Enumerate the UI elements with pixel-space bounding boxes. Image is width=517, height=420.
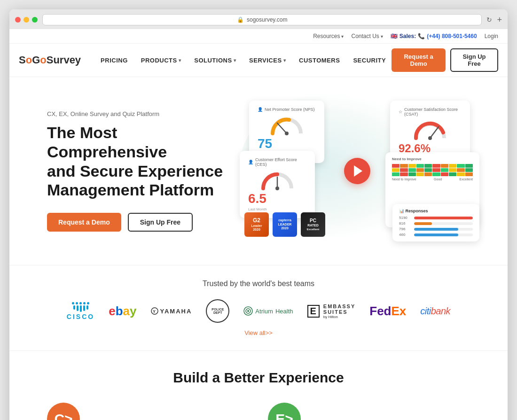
contact-link[interactable]: Contact Us ▾ — [351, 33, 383, 39]
ces-value: 6.5 — [248, 192, 306, 205]
citibank-logo-text: citibank — [420, 306, 450, 317]
atrium-logo-text: AtriumHealth — [243, 306, 293, 316]
citibank-logo: citibank — [420, 306, 450, 317]
csat-label: ☆ Customer Satisfaction Score (CSAT) — [399, 107, 462, 117]
badge-g2: G2 Leader 2020 — [244, 212, 269, 237]
dot-green[interactable] — [32, 17, 38, 23]
responses-bar: 5190 816 796 — [399, 216, 473, 237]
nav-security[interactable]: SECURITY — [347, 53, 392, 68]
build-title: Build a Better Experience — [47, 370, 470, 386]
svg-point-10 — [247, 310, 249, 312]
police-badge-logo: POLICEDEPT — [206, 299, 229, 323]
fedex-logo-text: FedEx — [369, 304, 406, 319]
nps-gauge — [268, 115, 306, 135]
svg-point-3 — [428, 136, 432, 140]
heatmap-grid — [392, 164, 473, 176]
cx-icon-text: C> — [54, 411, 72, 420]
trusted-title: Trusted by the world's best teams — [19, 280, 498, 288]
ces-card: 👤 Customer Effort Score (CES) 6.5 Last M… — [240, 151, 315, 218]
badges-row: G2 Leader 2020 capterra LEADER 2020 — [244, 212, 325, 237]
nav-signup-button[interactable]: Sign Up Free — [450, 48, 498, 72]
dot-red[interactable] — [15, 17, 21, 23]
nav-customers[interactable]: CUSTOMERS — [293, 53, 345, 68]
hero-signup-button[interactable]: Sign Up Free — [128, 213, 193, 232]
svg-line-0 — [277, 123, 287, 133]
browser-chrome: 🔒 sogosurvey.com ↻ + — [9, 9, 508, 29]
ebay-logo: ebay — [109, 304, 136, 319]
cisco-logo: CISCO — [67, 302, 94, 320]
fedex-logo: FedEx — [369, 304, 406, 319]
phone-number[interactable]: (+44) 808-501-5460 — [427, 33, 477, 39]
hero-title: The Most Comprehensive and Secure Experi… — [47, 123, 235, 200]
hero-left: CX, EX, Online Survey and Quiz Platform … — [47, 110, 235, 232]
flag-icon: 🇬🇧 — [391, 33, 398, 39]
hero-section: CX, EX, Online Survey and Quiz Platform … — [9, 77, 508, 265]
refresh-button[interactable]: ↻ — [486, 16, 492, 23]
hero-subtitle: CX, EX, Online Survey and Quiz Platform — [47, 110, 235, 117]
sales-label: Sales: — [400, 33, 416, 39]
nav-demo-button[interactable]: Request a Demo — [392, 48, 446, 72]
view-all-link[interactable]: View all>> — [244, 329, 273, 336]
nav-pricing[interactable]: PRICING — [95, 53, 133, 68]
hero-demo-button[interactable]: Request a Demo — [47, 213, 121, 232]
csat-gauge — [411, 119, 449, 140]
build-section: Build a Better Experience C> CUSTOMEREXP… — [9, 350, 508, 420]
nav-solutions[interactable]: SOLUTIONS ▾ — [188, 53, 242, 68]
login-link[interactable]: Login — [485, 33, 498, 39]
add-tab-button[interactable]: + — [497, 15, 502, 25]
atrium-logo: AtriumHealth — [243, 306, 293, 316]
svg-point-5 — [275, 187, 279, 190]
play-triangle-icon — [354, 165, 362, 177]
ex-card: E> EMPLOYEEEXPERIENCE SoGoSurvey offers … — [268, 403, 470, 420]
svg-line-2 — [430, 127, 439, 138]
dot-yellow[interactable] — [24, 17, 29, 23]
services-chevron: ▾ — [283, 58, 286, 63]
logos-row: CISCO ebay Y YAMAHA — [19, 299, 498, 323]
browser-window: 🔒 sogosurvey.com ↻ + Resources▾ Contact … — [9, 9, 508, 420]
nps-label: 👤 Net Promoter Score (NPS) — [258, 107, 316, 112]
website-content: Resources▾ Contact Us ▾ 🇬🇧 Sales: 📞 (+44… — [9, 29, 508, 420]
responses-card: 📊 Responses 5190 816 — [392, 204, 479, 241]
embassy-logo: E EMBASSY SUITES by Hilton — [307, 303, 356, 319]
experience-cards: C> CUSTOMEREXPERIENCE Collect customer f… — [47, 403, 470, 420]
hero-buttons: Request a Demo Sign Up Free — [47, 213, 235, 232]
resp-row-2: 816 — [399, 221, 473, 226]
browser-top-bar: 🔒 sogosurvey.com ↻ + — [15, 14, 502, 25]
embassy-e-icon: E — [307, 305, 320, 318]
address-bar[interactable]: 🔒 sogosurvey.com — [42, 14, 482, 25]
utility-bar: Resources▾ Contact Us ▾ 🇬🇧 Sales: 📞 (+44… — [9, 29, 508, 44]
phone-info: 🇬🇧 Sales: 📞 (+44) 808-501-5460 — [391, 33, 477, 39]
hero-visual-area: 👤 Net Promoter Score (NPS) 75 Last Month — [235, 96, 479, 246]
nav-products[interactable]: PRODUCTS ▾ — [135, 53, 187, 68]
resp-row-1: 5190 — [399, 216, 473, 220]
yamaha-tuning-fork-icon: Y — [151, 307, 158, 315]
nav-services[interactable]: SERVICES ▾ — [243, 53, 291, 68]
main-nav: SoGoSurvey PRICING PRODUCTS ▾ SOLUTIONS … — [9, 44, 508, 77]
nav-links: PRICING PRODUCTS ▾ SOLUTIONS ▾ SERVICES … — [95, 53, 392, 68]
ces-label: 👤 Customer Effort Score (CES) — [248, 157, 306, 167]
yamaha-logo: Y YAMAHA — [151, 307, 192, 315]
trusted-section: Trusted by the world's best teams — [9, 265, 508, 350]
badge-pc: PC RATED Excellent — [301, 212, 325, 237]
svg-point-1 — [285, 132, 289, 135]
ces-gauge — [258, 170, 296, 190]
resp-row-4: 460 — [399, 233, 473, 237]
solutions-chevron: ▾ — [234, 58, 236, 63]
lock-icon: 🔒 — [237, 16, 244, 23]
products-chevron: ▾ — [179, 58, 181, 63]
nav-cta: Request a Demo Sign Up Free — [392, 48, 498, 72]
site-logo[interactable]: SoGoSurvey — [19, 54, 81, 66]
ex-icon: E> — [268, 403, 301, 420]
cx-icon: C> — [47, 403, 80, 420]
resp-row-3: 796 — [399, 227, 473, 231]
ebay-logo-text: ebay — [109, 304, 136, 319]
yamaha-logo-text: Y YAMAHA — [151, 307, 192, 315]
view-all-link-wrapper: View all>> — [19, 329, 498, 336]
phone-icon: 📞 — [418, 33, 425, 39]
url-text: sogosurvey.com — [247, 16, 287, 23]
nps-value: 75 — [258, 137, 316, 150]
browser-dots — [15, 17, 38, 23]
play-button[interactable] — [344, 158, 370, 184]
resources-link[interactable]: Resources▾ — [313, 33, 344, 39]
badge-capterra: capterra LEADER 2020 — [273, 212, 297, 237]
